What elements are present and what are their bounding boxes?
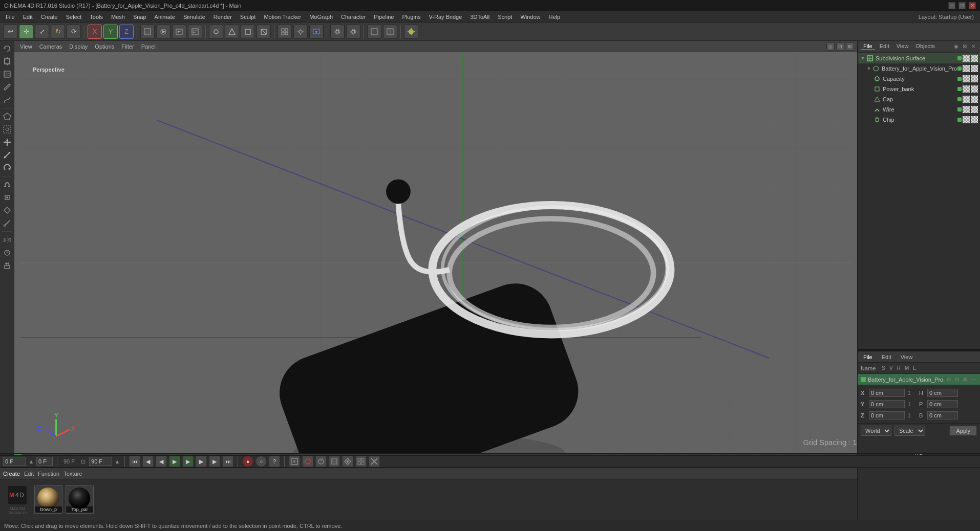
left-icon-rotate[interactable]	[2, 162, 13, 173]
menu-mesh[interactable]: Mesh	[108, 13, 129, 21]
obj-icon2[interactable]: ⊠	[961, 43, 968, 50]
vp-btn3[interactable]: ⊞	[846, 42, 854, 51]
transport-play-fwd[interactable]: ▶	[182, 456, 194, 467]
mat-tab-edit[interactable]: Edit	[24, 471, 34, 477]
toolbar-vp-single[interactable]	[367, 25, 381, 39]
toolbar-render-active[interactable]	[156, 25, 171, 39]
menu-edit[interactable]: Edit	[19, 13, 36, 21]
obj-close[interactable]: ✕	[970, 43, 977, 50]
menu-select[interactable]: Select	[62, 13, 86, 21]
tree-expand-subdiv[interactable]: ▼	[860, 55, 866, 61]
material-top-par[interactable]: Top_par	[66, 485, 94, 514]
vp-menu-filter[interactable]: Filter	[119, 43, 136, 50]
left-icon-plugin[interactable]	[2, 260, 13, 271]
vp-menu-cameras[interactable]: Cameras	[37, 43, 65, 50]
attr-icon3[interactable]: ⊠	[962, 376, 969, 383]
menu-create[interactable]: Create	[37, 13, 61, 21]
tree-cap[interactable]: Cap	[858, 94, 980, 104]
vp-menu-panel[interactable]: Panel	[139, 43, 158, 50]
material-down-p[interactable]: Down_p	[34, 485, 62, 514]
toolbar-rotate[interactable]: ↻	[51, 25, 65, 39]
mat-tab-function[interactable]: Function	[38, 471, 59, 477]
left-icon-knife[interactable]	[2, 217, 13, 229]
left-icon-pen[interactable]	[2, 205, 13, 216]
transport-prev-frame[interactable]: ◀	[156, 456, 167, 467]
mat-tab-texture[interactable]: Texture	[63, 471, 82, 477]
tree-wire[interactable]: Wire	[858, 104, 980, 115]
toolbar-render-view[interactable]	[309, 25, 324, 39]
vp-btn2[interactable]: ⊡	[836, 42, 844, 51]
left-icon-mirror[interactable]	[2, 234, 13, 246]
toolbar-grid[interactable]	[278, 25, 292, 39]
timeline-ruler[interactable]: 0 2 4 6 8 10 12 14 16 18 20 22 24	[14, 454, 857, 455]
current-frame-input[interactable]	[3, 457, 26, 466]
left-icon-selection[interactable]	[2, 124, 13, 135]
keyframe-field[interactable]	[36, 457, 53, 466]
menu-animate[interactable]: Animate	[151, 13, 179, 21]
toolbar-poly-mode[interactable]	[241, 25, 255, 39]
toolbar-snap[interactable]	[293, 25, 308, 39]
transport-icon3[interactable]	[315, 456, 327, 467]
range-step-up[interactable]: ▲	[114, 458, 120, 464]
toolbar-settings2[interactable]	[346, 25, 360, 39]
attr-items-row[interactable]: Battery_for_Apple_Vision_Pro ⊙ ⊡ ⊠ —	[858, 374, 980, 385]
attr-tab-view[interactable]: View	[898, 353, 915, 361]
transport-record-auto[interactable]: ●	[242, 456, 253, 467]
transport-next-frame[interactable]: ▶	[196, 456, 207, 467]
close-button[interactable]: ✕	[969, 2, 976, 9]
left-icon-paint[interactable]	[2, 192, 13, 203]
mat-tab-create[interactable]: Create	[3, 471, 20, 477]
menu-vray[interactable]: V-Ray Bridge	[425, 13, 466, 21]
transport-help[interactable]: ?	[269, 456, 280, 467]
menu-sculpt[interactable]: Sculpt	[237, 13, 260, 21]
menu-script[interactable]: Script	[494, 13, 516, 21]
attr-tab-file[interactable]: File	[861, 353, 875, 361]
transport-icon1[interactable]	[289, 456, 300, 467]
menu-file[interactable]: File	[2, 13, 18, 21]
transport-icon7[interactable]	[369, 456, 380, 467]
toolbar-object-mode[interactable]	[209, 25, 223, 39]
left-icon-python[interactable]	[2, 247, 13, 258]
transport-icon6[interactable]	[355, 456, 367, 467]
toolbar-z-axis[interactable]: Z	[119, 25, 134, 39]
toolbar-undo[interactable]: ↩	[3, 25, 17, 39]
obj-tab-file[interactable]: File	[861, 42, 875, 50]
left-icon-polygon[interactable]	[2, 111, 13, 122]
toolbar-render-all[interactable]	[172, 25, 186, 39]
coord-b-input[interactable]	[927, 411, 958, 419]
vp-menu-options[interactable]: Options	[92, 43, 117, 50]
left-icon-undo[interactable]	[2, 43, 13, 54]
tree-expand-battery[interactable]: ▼	[866, 65, 872, 72]
attr-icon4[interactable]: —	[970, 376, 977, 383]
left-icon-texture[interactable]	[2, 69, 13, 80]
menu-snap[interactable]: Snap	[130, 13, 150, 21]
toolbar-edge-mode[interactable]	[225, 25, 239, 39]
viewport-canvas[interactable]: Perspective	[14, 52, 857, 453]
coord-x-input[interactable]	[869, 389, 905, 397]
obj-tab-edit[interactable]: Edit	[877, 42, 892, 50]
coord-space-dropdown[interactable]: World Object	[861, 426, 891, 436]
left-icon-scale[interactable]	[2, 149, 13, 161]
left-icon-magnet[interactable]	[2, 179, 13, 190]
transport-play[interactable]: ▶	[169, 456, 180, 467]
transport-go-start[interactable]: ⏮	[129, 456, 140, 467]
vp-btn1[interactable]: ◎	[826, 42, 835, 51]
menu-mograph[interactable]: MoGraph	[306, 13, 336, 21]
toolbar-settings1[interactable]	[330, 25, 345, 39]
menu-simulate[interactable]: Simulate	[180, 13, 209, 21]
attr-icon1[interactable]: ⊙	[945, 376, 952, 383]
apply-button[interactable]: Apply	[949, 426, 977, 436]
coord-mode-dropdown[interactable]: Scale Size	[894, 426, 925, 436]
toolbar-scale[interactable]: ⤢	[35, 25, 49, 39]
range-end-input[interactable]	[89, 457, 112, 466]
toolbar-x-axis[interactable]: X	[88, 25, 102, 39]
left-icon-move[interactable]	[2, 137, 13, 148]
left-icon-model[interactable]	[2, 56, 13, 67]
coord-p-input[interactable]	[927, 400, 958, 408]
toolbar-render-region[interactable]	[140, 25, 155, 39]
tree-power-bank[interactable]: Power_bank	[858, 84, 980, 94]
toolbar-render-settings[interactable]: ▶	[188, 25, 202, 39]
menu-pipeline[interactable]: Pipeline	[370, 13, 397, 21]
obj-tab-objects[interactable]: Objects	[913, 42, 937, 50]
left-icon-brush[interactable]	[2, 81, 13, 93]
